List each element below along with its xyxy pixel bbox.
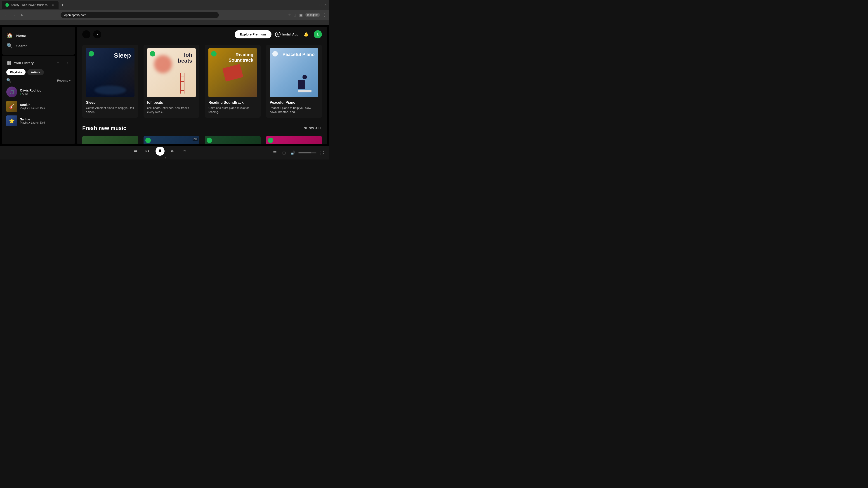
notification-button[interactable]: 🔔: [302, 30, 310, 38]
install-icon-symbol: ⬇: [277, 33, 279, 36]
next-icon: ⏭: [170, 149, 175, 153]
shuffle-button[interactable]: ⇌: [132, 148, 139, 155]
rockin-avatar: 🎸: [6, 101, 17, 112]
olivia-avatar: 🎵: [6, 87, 17, 97]
piano-background: Peaceful Piano: [270, 48, 318, 97]
sidebar-toggle-icon[interactable]: ▣: [299, 13, 303, 17]
fresh-card-pop-green[interactable]: POPRISING: [205, 136, 260, 144]
reload-button[interactable]: ↻: [19, 12, 25, 18]
sleep-background: Sleep: [86, 48, 134, 97]
reading-background: ReadingSoundtrack: [209, 48, 257, 97]
library-search-icon[interactable]: 🔍: [6, 78, 11, 83]
active-tab[interactable]: Spotify - Web Player: Music fo... ×: [2, 1, 59, 9]
extensions-icon[interactable]: ⊞: [293, 13, 297, 17]
olivia-name: Olivia Rodrigo: [20, 89, 70, 92]
explore-premium-button[interactable]: Explore Premium: [235, 30, 272, 38]
fresh-card-pop-ph[interactable]: POPRISING PH: [144, 136, 199, 144]
library-actions: + →: [54, 59, 70, 66]
sleep-spotify-logo: [89, 51, 94, 57]
address-bar[interactable]: open.spotify.com: [61, 12, 219, 18]
install-icon: ⬇: [275, 32, 281, 37]
back-button[interactable]: ←: [3, 12, 9, 18]
previous-button[interactable]: ⏮: [144, 148, 151, 155]
sidebar-item-search[interactable]: 🔍 Search: [4, 41, 73, 51]
expand-library-button[interactable]: →: [63, 59, 70, 66]
repeat-button[interactable]: ⟲: [181, 148, 188, 155]
close-button[interactable]: ✕: [324, 3, 327, 7]
pause-icon: ⏸: [158, 149, 162, 153]
forward-nav-button[interactable]: ›: [93, 30, 101, 38]
playlists-filter[interactable]: Playlists: [6, 69, 26, 75]
volume-bar[interactable]: [298, 153, 316, 153]
anime-spotify-logo: [268, 138, 273, 143]
swiftie-info: Swiftie Playlist • Lauren Deli: [20, 118, 70, 124]
rockin-name: Rockin: [20, 103, 70, 107]
fresh-card-group[interactable]: 👥: [82, 136, 138, 144]
forward-nav-icon: ›: [96, 32, 98, 36]
reading-title: Reading Soundtrack: [209, 101, 257, 105]
pop-green-card-image: POPRISING: [205, 136, 260, 144]
search-icon: 🔍: [6, 43, 13, 49]
sidebar-item-home[interactable]: 🏠 Home: [4, 30, 73, 41]
lofi-card-image: lofibeats: [147, 48, 196, 97]
library-item-olivia[interactable]: 🎵 Olivia Rodrigo ● Artist: [4, 85, 73, 99]
minimize-button[interactable]: —: [313, 3, 316, 7]
back-nav-button[interactable]: ‹: [82, 30, 90, 38]
install-app-button[interactable]: ⬇ Install App: [275, 32, 298, 37]
sidebar-nav: 🏠 Home 🔍 Search: [2, 27, 75, 55]
olivia-info: Olivia Rodrigo ● Artist: [20, 89, 70, 95]
reading-spotify-logo: [211, 51, 217, 57]
piano-desc: Peaceful piano to help you slow down, br…: [270, 106, 318, 114]
anime-card-image: Anime Now: [266, 136, 322, 144]
toolbar-right: ☆ ⊞ ▣ Incognito ⋮: [288, 13, 327, 17]
library-icon: ▦: [6, 60, 11, 66]
maximize-button[interactable]: ❐: [318, 3, 322, 7]
library-item-swiftie[interactable]: ⭐ Swiftie Playlist • Lauren Deli: [4, 113, 73, 128]
back-nav-icon: ‹: [86, 32, 87, 36]
prev-icon: ⏮: [145, 149, 149, 153]
swiftie-avatar: ⭐: [6, 116, 17, 126]
new-tab-button[interactable]: +: [59, 2, 66, 8]
playlist-card-sleep[interactable]: Sleep Sleep Gentle Ambient piano to help…: [82, 45, 138, 118]
lofi-cloud: [154, 55, 172, 73]
swiftie-sub: Playlist • Lauren Deli: [20, 121, 70, 124]
next-button[interactable]: ⏭: [169, 148, 176, 155]
tab-bar: Spotify - Web Player: Music fo... × +: [2, 1, 312, 9]
install-app-label: Install App: [282, 33, 298, 36]
piano-spotify-logo: [272, 51, 278, 57]
playlist-card-reading[interactable]: ReadingSoundtrack Reading Soundtrack Cal…: [205, 45, 260, 118]
fresh-music-section-header: Fresh new music Show all: [82, 125, 322, 131]
reading-overlay-text: ReadingSoundtrack: [228, 52, 253, 63]
fullscreen-button[interactable]: ⛶: [318, 149, 326, 157]
playlist-card-piano[interactable]: Peaceful Piano: [266, 45, 322, 118]
player-right: ☰ ⊡ 🔊 ⛶: [271, 149, 326, 157]
pause-button[interactable]: ⏸: [156, 147, 164, 156]
player-bar: ⇌ ⏮ ⏸ ⏭ ⟲ -:-- -:--: [0, 146, 329, 160]
lofi-spotify-logo: [150, 51, 155, 57]
incognito-badge[interactable]: Incognito: [305, 13, 320, 17]
library-header: ▦ Your Library + →: [4, 59, 73, 66]
browser-menu-icon[interactable]: ⋮: [323, 13, 327, 17]
featured-playlists-grid: Sleep Sleep Gentle Ambient piano to help…: [82, 45, 322, 118]
scrollable-content[interactable]: Sleep Sleep Gentle Ambient piano to help…: [77, 27, 327, 144]
recents-icon: ≡: [69, 79, 70, 82]
user-avatar-button[interactable]: L: [314, 30, 322, 38]
devices-button[interactable]: ⊡: [280, 149, 287, 157]
queue-button[interactable]: ☰: [271, 149, 278, 157]
tab-close-button[interactable]: ×: [51, 3, 55, 7]
reading-card-image: ReadingSoundtrack: [209, 48, 257, 97]
sleep-title: Sleep: [86, 101, 134, 105]
recents-label[interactable]: Recents ≡: [57, 79, 70, 82]
playlist-card-lofi[interactable]: lofibeats lofi beats: [144, 45, 199, 118]
home-icon: 🏠: [6, 33, 13, 38]
show-all-link[interactable]: Show all: [304, 127, 322, 130]
bookmark-icon[interactable]: ☆: [288, 13, 291, 17]
volume-button[interactable]: 🔊: [289, 149, 297, 157]
forward-button[interactable]: →: [11, 12, 17, 18]
tab-title: Spotify - Web Player: Music fo...: [11, 3, 50, 6]
group-card-image: 👥: [82, 136, 138, 144]
fresh-card-anime[interactable]: Anime Now: [266, 136, 322, 144]
library-item-rockin[interactable]: 🎸 Rockin Playlist • Lauren Deli: [4, 99, 73, 113]
add-library-button[interactable]: +: [54, 59, 61, 66]
artists-filter[interactable]: Artists: [27, 69, 44, 75]
